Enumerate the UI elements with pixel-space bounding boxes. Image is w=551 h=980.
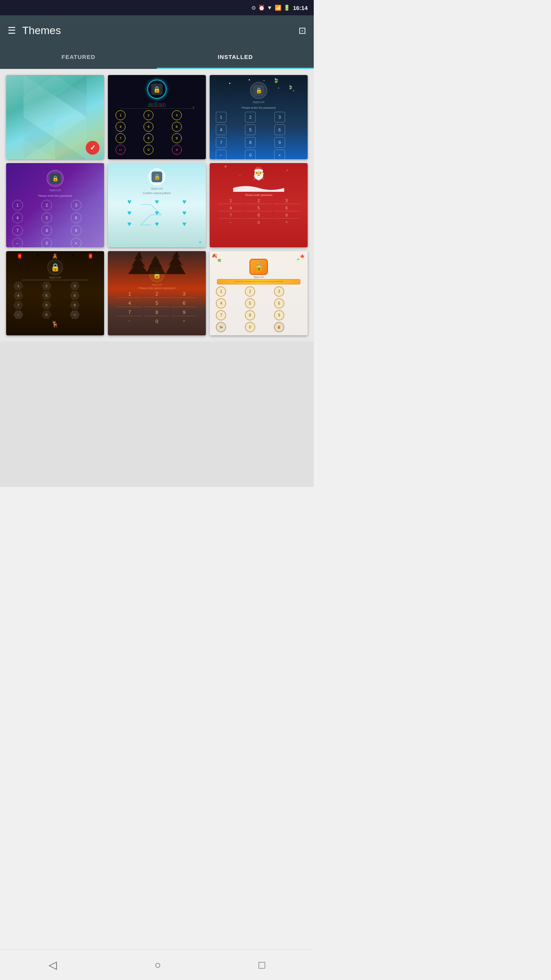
menu-button[interactable]: ☰ (8, 25, 16, 36)
recent-button[interactable]: □ (259, 959, 265, 971)
battery-icon: 🔋 (284, 5, 290, 11)
minus-icon: ⊝ (251, 5, 256, 11)
autumn-applock-label: AppLock (253, 276, 264, 278)
heart-applock-label: AppLock (151, 187, 163, 190)
themes-grid: ✓ 🔒 (0, 69, 314, 341)
svg-rect-13 (155, 103, 156, 107)
status-bar: ⊝ ⏰ ▼ 📶 🔋 16:14 (0, 0, 314, 15)
header-left: ☰ Themes (8, 24, 61, 37)
page-title: Themes (22, 24, 61, 37)
theme-card-christmas[interactable]: ❄ ❄ ❄ 🎅 Please enter password 1 2 3 4 5 … (210, 163, 308, 247)
christmas-pw-text: Please enter password (245, 194, 272, 196)
svg-rect-18 (164, 104, 166, 107)
svg-rect-12 (153, 103, 155, 107)
theme-card-purple[interactable]: 🔒 AppLock Please enter the password 1 2 … (6, 163, 104, 247)
home-button[interactable]: ○ (155, 959, 161, 971)
svg-rect-16 (161, 104, 161, 107)
status-icons: ⊝ ⏰ ▼ 📶 🔋 (251, 5, 290, 11)
alarm-icon: ⏰ (258, 5, 265, 11)
tab-installed[interactable]: INSTALLED (157, 46, 314, 69)
svg-line-23 (141, 215, 151, 225)
main-content: ✓ 🔒 (0, 69, 314, 487)
theme-card-neon[interactable]: 🔒 (108, 75, 206, 159)
header: ☰ Themes ⊡ (0, 15, 314, 46)
theme-card-night[interactable]: 🍃 🍃 🔒 AppLock Please enter the password … (210, 75, 308, 159)
svg-rect-15 (159, 103, 160, 106)
tab-bar: FEATURED INSTALLED (0, 46, 314, 69)
heart-confirm-text: Confirm saved pattern (143, 191, 171, 195)
wifi-icon: ▼ (267, 5, 272, 11)
svg-line-21 (151, 204, 161, 215)
signal-icon: 📶 (275, 5, 281, 11)
svg-rect-10 (150, 103, 151, 107)
crop-button[interactable]: ⊡ (298, 25, 306, 36)
holiday-applock-label: AppLock (49, 276, 61, 279)
forest-gesture-text: Please enter gesture password (139, 287, 176, 289)
svg-rect-11 (152, 105, 153, 107)
navigation-bar: ◁ ○ □ (0, 949, 314, 980)
theme-card-holiday-dark[interactable]: 🧧 ❄ 🧸 ❄ 🧧 🔒 AppLock 1 2 3 (6, 251, 104, 335)
theme-card-teal[interactable]: ✓ (6, 75, 104, 159)
purple-applock-label: AppLock (49, 188, 61, 192)
purple-pw-text: Please enter the password (38, 194, 72, 198)
selected-badge: ✓ (86, 141, 99, 155)
svg-rect-9 (148, 104, 150, 106)
tab-featured[interactable]: FEATURED (0, 46, 157, 69)
forest-applock-label: AppLock (152, 283, 162, 286)
back-button[interactable]: ◁ (49, 959, 57, 971)
theme-card-autumn[interactable]: 🍂 🍁 🌿 🍃 🔒 AppLock 1 2 3 4 (210, 251, 308, 335)
svg-rect-17 (162, 103, 163, 106)
svg-rect-14 (157, 104, 159, 107)
theme-card-heart[interactable]: 🔒 AppLock Confirm saved pattern ♥ ♥ ♥ ♥ … (108, 163, 206, 247)
status-time: 16:14 (293, 5, 308, 11)
theme-card-forest[interactable]: 🔒 AppLock Please enter gesture password … (108, 251, 206, 335)
